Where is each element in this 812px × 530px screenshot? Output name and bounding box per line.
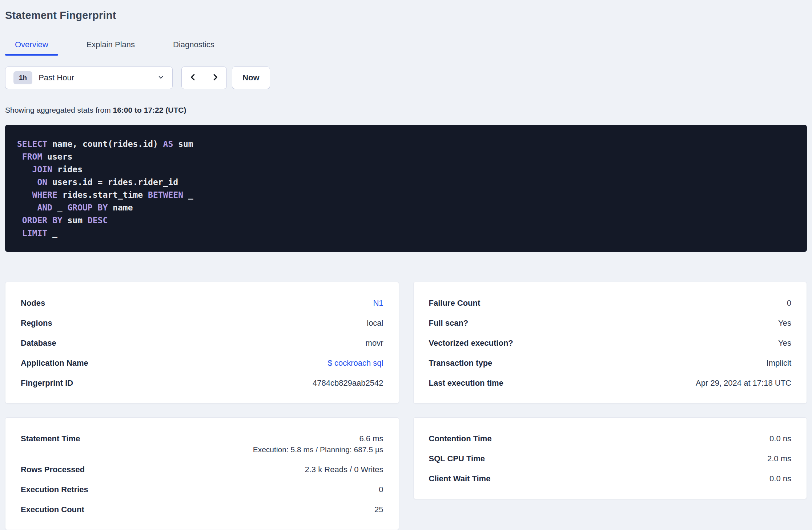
now-button[interactable]: Now — [232, 67, 270, 89]
tab-bar: Overview Explain Plans Diagnostics — [5, 35, 807, 55]
sql-text: _ — [52, 203, 68, 212]
stat-row: Fingerprint ID4784cb829aab2542 — [21, 379, 383, 387]
stat-row: Last execution timeApr 29, 2024 at 17:18… — [429, 379, 792, 387]
stat-row: Contention Time0.0 ns — [429, 434, 792, 443]
sql-statement-box: SELECT name, count(rides.id) AS sum FROM… — [5, 125, 807, 252]
stat-label: Rows Processed — [21, 465, 85, 474]
sql-keyword: ON — [37, 177, 47, 187]
stat-value-group: Implicit — [767, 359, 791, 367]
stat-row: Regionslocal — [21, 319, 383, 327]
sql-text: sum — [63, 216, 88, 225]
sql-line: AND _ GROUP BY name — [17, 201, 795, 214]
sql-keyword: GROUP BY — [67, 203, 108, 212]
stat-value-group: Yes — [778, 339, 791, 347]
stat-row: Client Wait Time0.0 ns — [429, 474, 792, 483]
sql-keyword: SELECT — [17, 139, 47, 149]
stat-value: 6.6 ms — [359, 434, 383, 443]
tab-overview[interactable]: Overview — [5, 35, 58, 55]
tab-explain-plans[interactable]: Explain Plans — [77, 35, 145, 55]
stat-label: Last execution time — [429, 379, 503, 387]
stat-value: 2.3 k Reads / 0 Writes — [305, 465, 383, 474]
stat-value-group: 25 — [374, 505, 383, 514]
sql-line: FROM users — [17, 150, 795, 163]
sql-text — [17, 165, 32, 174]
stat-value: 25 — [374, 505, 383, 514]
stat-value: Yes — [778, 339, 791, 347]
stat-value-group: 0.0 ns — [769, 474, 791, 483]
tab-diagnostics[interactable]: Diagnostics — [163, 35, 224, 55]
chevron-right-icon — [211, 73, 220, 83]
chevron-left-icon — [189, 73, 197, 83]
stat-label: Statement Time — [21, 434, 80, 443]
aggregated-stats-status: Showing aggregated stats from 16:00 to 1… — [5, 105, 807, 115]
sql-line: ON users.id = rides.rider_id — [17, 176, 795, 189]
stat-value: 0.0 ns — [769, 434, 791, 443]
sql-text: _ — [47, 228, 57, 238]
sql-keyword: JOIN — [32, 165, 52, 174]
previous-interval-button[interactable] — [182, 67, 204, 89]
stat-value-link[interactable]: N1 — [373, 299, 383, 307]
stat-value: local — [367, 319, 383, 327]
stat-row: Databasemovr — [21, 339, 383, 347]
sql-keyword: BETWEEN — [148, 190, 183, 200]
stat-row: Execution Retries0 — [21, 485, 383, 494]
sql-text: _ — [183, 190, 193, 200]
sql-text: rides.start_time — [57, 190, 148, 200]
stat-label: Regions — [21, 319, 52, 327]
sql-text — [17, 190, 32, 200]
stat-value-group: 2.3 k Reads / 0 Writes — [305, 465, 383, 474]
sql-keyword: ORDER BY — [22, 216, 63, 225]
sql-line: SELECT name, count(rides.id) AS sum — [17, 138, 795, 150]
stat-label: Transaction type — [429, 359, 493, 367]
stat-row: Transaction typeImplicit — [429, 359, 792, 367]
stat-row: SQL CPU Time2.0 ms — [429, 454, 792, 463]
chevron-down-icon — [157, 74, 164, 82]
sql-text: users.id = rides.rider_id — [47, 177, 178, 187]
stat-value-group: 0 — [379, 485, 383, 494]
statement-fingerprint-page: Statement Fingerprint Overview Explain P… — [0, 8, 812, 530]
stat-value-group: 0 — [787, 299, 791, 307]
sql-text: name, count(rides.id) — [47, 139, 163, 149]
stat-row: Statement Time6.6 msExecution: 5.8 ms / … — [21, 434, 383, 454]
stat-value-link[interactable]: $ cockroach sql — [328, 359, 383, 367]
time-step-button-group — [181, 67, 227, 89]
sql-line: JOIN rides — [17, 163, 795, 176]
sql-keyword: LIMIT — [22, 228, 47, 238]
statement-details-card: NodesN1RegionslocalDatabasemovrApplicati… — [5, 282, 399, 403]
stat-value-group: $ cockroach sql — [328, 359, 383, 367]
next-interval-button[interactable] — [204, 67, 226, 89]
stat-value-group: 6.6 msExecution: 5.8 ms / Planning: 687.… — [253, 434, 383, 454]
statement-times-card: Statement Time6.6 msExecution: 5.8 ms / … — [5, 417, 399, 530]
stat-value-group: Yes — [778, 319, 791, 327]
stat-value: Implicit — [767, 359, 791, 367]
stat-row: Vectorized execution?Yes — [429, 339, 792, 347]
time-range-label: Past Hour — [39, 73, 157, 83]
stat-row: Application Name$ cockroach sql — [21, 359, 383, 367]
sql-keyword: WHERE — [32, 190, 57, 200]
stat-value: 0 — [379, 485, 383, 494]
sql-text — [17, 152, 22, 161]
stat-value-group: local — [367, 319, 383, 327]
stat-label: Full scan? — [429, 319, 469, 327]
stat-row: Full scan?Yes — [429, 319, 792, 327]
stat-label: Database — [21, 339, 56, 347]
sql-text — [17, 203, 37, 212]
stat-value-group: 0.0 ns — [769, 434, 791, 443]
stat-label: Application Name — [21, 359, 88, 367]
stat-row: Execution Count25 — [21, 505, 383, 514]
stat-label: Nodes — [21, 299, 45, 307]
sql-text: sum — [173, 139, 193, 149]
stat-value-group: Apr 29, 2024 at 17:18 UTC — [696, 379, 791, 387]
stat-label: Client Wait Time — [429, 474, 491, 483]
sql-text: rides — [52, 165, 83, 174]
stat-value-group: 4784cb829aab2542 — [313, 379, 383, 387]
stat-label: Contention Time — [429, 434, 492, 443]
sql-line: WHERE rides.start_time BETWEEN _ — [17, 189, 795, 201]
stat-value: Yes — [778, 319, 791, 327]
time-range-dropdown[interactable]: 1h Past Hour — [5, 67, 173, 89]
status-prefix: Showing aggregated stats from — [5, 106, 113, 114]
stat-value: 4784cb829aab2542 — [313, 379, 383, 387]
stat-value-group: 2.0 ms — [767, 454, 791, 463]
sql-line: LIMIT _ — [17, 227, 795, 240]
interval-badge: 1h — [13, 71, 32, 84]
